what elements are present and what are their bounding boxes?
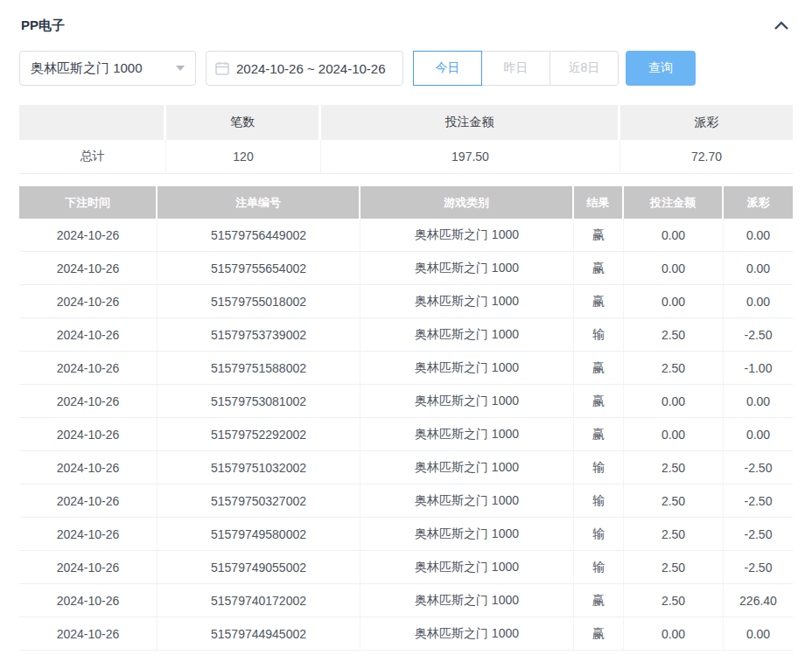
cell-payout: -2.50: [724, 551, 793, 584]
summary-col-empty: [19, 105, 166, 140]
cell-game-type: 奥林匹斯之门 1000: [360, 252, 574, 285]
summary-table: 笔数 投注金额 派彩 总计 120 197.50 72.70: [19, 105, 793, 174]
cell-game-type: 奥林匹斯之门 1000: [360, 219, 574, 252]
cell-order-no: 51579751032002: [158, 451, 360, 484]
summary-header-row: 笔数 投注金额 派彩: [19, 105, 793, 140]
caret-down-icon: [176, 66, 185, 71]
cell-payout: 0.00: [724, 285, 793, 318]
cell-result: 赢: [574, 219, 624, 252]
records-body: 2024-10-26 51579756449002 奥林匹斯之门 1000 赢 …: [19, 219, 793, 651]
table-row: 2024-10-26 51579753081002 奥林匹斯之门 1000 赢 …: [19, 385, 793, 418]
cell-order-no: 51579740172002: [158, 584, 360, 617]
cell-bet-time: 2024-10-26: [19, 451, 158, 484]
cell-game-type: 奥林匹斯之门 1000: [360, 617, 574, 651]
table-row: 2024-10-26 51579755654002 奥林匹斯之门 1000 赢 …: [19, 252, 793, 285]
cell-bet-amount: 0.00: [624, 385, 724, 418]
cell-bet-amount: 0.00: [624, 617, 724, 651]
col-header-bet-time: 下注时间: [19, 186, 158, 219]
cell-game-type: 奥林匹斯之门 1000: [360, 418, 574, 451]
cell-bet-amount: 2.50: [624, 451, 724, 484]
cell-order-no: 51579750327002: [158, 484, 360, 518]
quick-range-button[interactable]: 近8日: [550, 51, 619, 86]
cell-bet-time: 2024-10-26: [19, 252, 158, 285]
col-header-order-no: 注单编号: [158, 186, 360, 219]
cell-order-no: 51579749055002: [158, 551, 360, 584]
cell-result: 赢: [574, 418, 624, 451]
cell-payout: -1.00: [724, 352, 793, 385]
page-title: PP电子: [21, 17, 65, 34]
summary-total-label: 总计: [19, 140, 166, 173]
date-range-picker[interactable]: 2024-10-26 ~ 2024-10-26: [206, 51, 403, 86]
table-row: 2024-10-26 51579740172002 奥林匹斯之门 1000 赢 …: [19, 584, 793, 617]
cell-order-no: 51579749580002: [158, 518, 360, 551]
cell-payout: -2.50: [724, 484, 793, 518]
date-range-value: 2024-10-26 ~ 2024-10-26: [236, 61, 386, 76]
cell-payout: 0.00: [724, 252, 793, 285]
cell-result: 赢: [574, 617, 624, 651]
table-row: 2024-10-26 51579744945002 奥林匹斯之门 1000 赢 …: [19, 617, 793, 651]
cell-game-type: 奥林匹斯之门 1000: [360, 584, 574, 617]
cell-payout: -2.50: [724, 318, 793, 352]
table-row: 2024-10-26 51579755018002 奥林匹斯之门 1000 赢 …: [19, 285, 793, 318]
col-header-bet-amount: 投注金额: [624, 186, 724, 219]
cell-payout: 226.40: [724, 584, 793, 617]
cell-payout: 0.00: [724, 418, 793, 451]
search-button[interactable]: 查询: [626, 51, 696, 86]
cell-bet-amount: 2.50: [624, 318, 724, 352]
cell-bet-time: 2024-10-26: [19, 219, 158, 252]
summary-col-bet-amount: 投注金额: [321, 105, 620, 140]
cell-bet-amount: 0.00: [624, 418, 724, 451]
cell-bet-time: 2024-10-26: [19, 318, 158, 352]
col-header-game-type: 游戏类别: [360, 186, 574, 219]
cell-result: 赢: [574, 285, 624, 318]
calendar-icon: [215, 61, 229, 75]
cell-payout: 0.00: [724, 385, 793, 418]
cell-bet-time: 2024-10-26: [19, 352, 158, 385]
cell-order-no: 51579753081002: [158, 385, 360, 418]
cell-game-type: 奥林匹斯之门 1000: [360, 551, 574, 584]
cell-bet-amount: 0.00: [624, 219, 724, 252]
table-row: 2024-10-26 51579751032002 奥林匹斯之门 1000 输 …: [19, 451, 793, 484]
pp-electronic-panel: PP电子 奥林匹斯之门 1000 2024-10-26 ~ 2024-10-26: [0, 0, 812, 651]
cell-bet-amount: 2.50: [624, 518, 724, 551]
summary-total-payout: 72.70: [620, 140, 793, 173]
cell-bet-amount: 0.00: [624, 285, 724, 318]
cell-payout: -2.50: [724, 451, 793, 484]
quick-range-button[interactable]: 昨日: [481, 51, 550, 86]
cell-bet-amount: 2.50: [624, 352, 724, 385]
cell-bet-time: 2024-10-26: [19, 484, 158, 518]
table-row: 2024-10-26 51579751588002 奥林匹斯之门 1000 赢 …: [19, 352, 793, 385]
cell-game-type: 奥林匹斯之门 1000: [360, 385, 574, 418]
cell-result: 赢: [574, 352, 624, 385]
cell-result: 输: [574, 451, 624, 484]
cell-order-no: 51579753739002: [158, 318, 360, 352]
cell-bet-time: 2024-10-26: [19, 551, 158, 584]
cell-order-no: 51579751588002: [158, 352, 360, 385]
chevron-up-icon[interactable]: [772, 16, 791, 35]
cell-result: 输: [574, 518, 624, 551]
cell-bet-amount: 2.50: [624, 584, 724, 617]
col-header-payout: 派彩: [724, 186, 793, 219]
cell-bet-time: 2024-10-26: [19, 418, 158, 451]
cell-game-type: 奥林匹斯之门 1000: [360, 484, 574, 518]
cell-game-type: 奥林匹斯之门 1000: [360, 285, 574, 318]
game-select-value: 奥林匹斯之门 1000: [31, 60, 143, 77]
cell-order-no: 51579756449002: [158, 219, 360, 252]
quick-range-group: 今日 昨日 近8日: [414, 51, 619, 86]
cell-bet-amount: 2.50: [624, 484, 724, 518]
cell-bet-amount: 0.00: [624, 252, 724, 285]
records-header-row: 下注时间 注单编号 游戏类别 结果 投注金额 派彩: [19, 186, 793, 219]
table-row: 2024-10-26 51579749055002 奥林匹斯之门 1000 输 …: [19, 551, 793, 584]
quick-range-button[interactable]: 今日: [413, 51, 482, 86]
cell-order-no: 51579755654002: [158, 252, 360, 285]
summary-col-payout: 派彩: [620, 105, 793, 140]
cell-result: 赢: [574, 385, 624, 418]
game-select[interactable]: 奥林匹斯之门 1000: [19, 51, 196, 86]
cell-payout: 0.00: [724, 617, 793, 651]
summary-total-row: 总计 120 197.50 72.70: [19, 140, 793, 174]
summary-total-bet-amount: 197.50: [321, 140, 620, 173]
filter-bar: 奥林匹斯之门 1000 2024-10-26 ~ 2024-10-26 今日 昨…: [19, 51, 793, 86]
table-row: 2024-10-26 51579753739002 奥林匹斯之门 1000 输 …: [19, 318, 793, 352]
cell-bet-time: 2024-10-26: [19, 285, 158, 318]
cell-bet-time: 2024-10-26: [19, 584, 158, 617]
